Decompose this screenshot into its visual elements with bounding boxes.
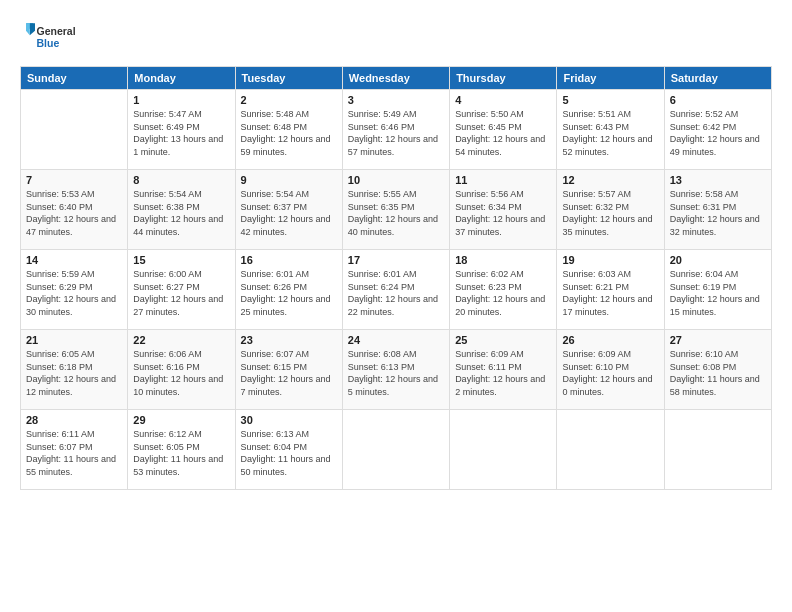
calendar-cell: 24Sunrise: 6:08 AM Sunset: 6:13 PM Dayli… — [342, 330, 449, 410]
calendar-cell: 17Sunrise: 6:01 AM Sunset: 6:24 PM Dayli… — [342, 250, 449, 330]
day-number: 6 — [670, 94, 766, 106]
day-number: 3 — [348, 94, 444, 106]
header: General Blue — [20, 16, 772, 56]
svg-marker-4 — [26, 23, 30, 35]
day-number: 22 — [133, 334, 229, 346]
day-info: Sunrise: 6:10 AM Sunset: 6:08 PM Dayligh… — [670, 348, 766, 398]
day-info: Sunrise: 6:00 AM Sunset: 6:27 PM Dayligh… — [133, 268, 229, 318]
calendar-cell: 22Sunrise: 6:06 AM Sunset: 6:16 PM Dayli… — [128, 330, 235, 410]
day-info: Sunrise: 6:01 AM Sunset: 6:24 PM Dayligh… — [348, 268, 444, 318]
day-info: Sunrise: 5:54 AM Sunset: 6:38 PM Dayligh… — [133, 188, 229, 238]
day-info: Sunrise: 6:03 AM Sunset: 6:21 PM Dayligh… — [562, 268, 658, 318]
weekday-header-tuesday: Tuesday — [235, 67, 342, 90]
svg-text:Blue: Blue — [37, 37, 60, 49]
calendar-cell: 30Sunrise: 6:13 AM Sunset: 6:04 PM Dayli… — [235, 410, 342, 490]
weekday-header-sunday: Sunday — [21, 67, 128, 90]
calendar-cell: 15Sunrise: 6:00 AM Sunset: 6:27 PM Dayli… — [128, 250, 235, 330]
day-number: 11 — [455, 174, 551, 186]
day-number: 5 — [562, 94, 658, 106]
day-number: 24 — [348, 334, 444, 346]
weekday-header-friday: Friday — [557, 67, 664, 90]
calendar-cell: 13Sunrise: 5:58 AM Sunset: 6:31 PM Dayli… — [664, 170, 771, 250]
calendar-cell: 18Sunrise: 6:02 AM Sunset: 6:23 PM Dayli… — [450, 250, 557, 330]
day-info: Sunrise: 5:55 AM Sunset: 6:35 PM Dayligh… — [348, 188, 444, 238]
day-number: 1 — [133, 94, 229, 106]
svg-text:General: General — [37, 25, 76, 37]
day-info: Sunrise: 5:48 AM Sunset: 6:48 PM Dayligh… — [241, 108, 337, 158]
day-info: Sunrise: 6:06 AM Sunset: 6:16 PM Dayligh… — [133, 348, 229, 398]
calendar-cell: 23Sunrise: 6:07 AM Sunset: 6:15 PM Dayli… — [235, 330, 342, 410]
day-info: Sunrise: 5:58 AM Sunset: 6:31 PM Dayligh… — [670, 188, 766, 238]
day-number: 15 — [133, 254, 229, 266]
calendar-cell: 1Sunrise: 5:47 AM Sunset: 6:49 PM Daylig… — [128, 90, 235, 170]
day-info: Sunrise: 6:13 AM Sunset: 6:04 PM Dayligh… — [241, 428, 337, 478]
calendar-cell: 6Sunrise: 5:52 AM Sunset: 6:42 PM Daylig… — [664, 90, 771, 170]
calendar-cell: 25Sunrise: 6:09 AM Sunset: 6:11 PM Dayli… — [450, 330, 557, 410]
day-info: Sunrise: 6:12 AM Sunset: 6:05 PM Dayligh… — [133, 428, 229, 478]
day-number: 13 — [670, 174, 766, 186]
calendar-cell — [557, 410, 664, 490]
weekday-header-saturday: Saturday — [664, 67, 771, 90]
weekday-header-wednesday: Wednesday — [342, 67, 449, 90]
day-info: Sunrise: 5:54 AM Sunset: 6:37 PM Dayligh… — [241, 188, 337, 238]
calendar-cell: 9Sunrise: 5:54 AM Sunset: 6:37 PM Daylig… — [235, 170, 342, 250]
day-number: 12 — [562, 174, 658, 186]
day-number: 25 — [455, 334, 551, 346]
day-info: Sunrise: 6:05 AM Sunset: 6:18 PM Dayligh… — [26, 348, 122, 398]
day-info: Sunrise: 6:09 AM Sunset: 6:11 PM Dayligh… — [455, 348, 551, 398]
day-info: Sunrise: 5:57 AM Sunset: 6:32 PM Dayligh… — [562, 188, 658, 238]
day-info: Sunrise: 5:53 AM Sunset: 6:40 PM Dayligh… — [26, 188, 122, 238]
calendar-cell: 14Sunrise: 5:59 AM Sunset: 6:29 PM Dayli… — [21, 250, 128, 330]
day-info: Sunrise: 6:09 AM Sunset: 6:10 PM Dayligh… — [562, 348, 658, 398]
calendar-table: SundayMondayTuesdayWednesdayThursdayFrid… — [20, 66, 772, 490]
logo: General Blue — [20, 16, 80, 56]
day-number: 29 — [133, 414, 229, 426]
day-number: 28 — [26, 414, 122, 426]
day-number: 18 — [455, 254, 551, 266]
calendar-cell — [664, 410, 771, 490]
day-info: Sunrise: 6:11 AM Sunset: 6:07 PM Dayligh… — [26, 428, 122, 478]
day-info: Sunrise: 5:52 AM Sunset: 6:42 PM Dayligh… — [670, 108, 766, 158]
calendar-cell: 2Sunrise: 5:48 AM Sunset: 6:48 PM Daylig… — [235, 90, 342, 170]
calendar-cell: 11Sunrise: 5:56 AM Sunset: 6:34 PM Dayli… — [450, 170, 557, 250]
calendar-cell: 3Sunrise: 5:49 AM Sunset: 6:46 PM Daylig… — [342, 90, 449, 170]
weekday-header-thursday: Thursday — [450, 67, 557, 90]
day-number: 14 — [26, 254, 122, 266]
logo-svg: General Blue — [20, 16, 80, 56]
day-number: 17 — [348, 254, 444, 266]
day-number: 10 — [348, 174, 444, 186]
day-number: 16 — [241, 254, 337, 266]
day-number: 2 — [241, 94, 337, 106]
day-info: Sunrise: 5:50 AM Sunset: 6:45 PM Dayligh… — [455, 108, 551, 158]
calendar-cell — [450, 410, 557, 490]
calendar-cell: 12Sunrise: 5:57 AM Sunset: 6:32 PM Dayli… — [557, 170, 664, 250]
day-number: 23 — [241, 334, 337, 346]
day-info: Sunrise: 6:04 AM Sunset: 6:19 PM Dayligh… — [670, 268, 766, 318]
day-number: 7 — [26, 174, 122, 186]
calendar-cell: 10Sunrise: 5:55 AM Sunset: 6:35 PM Dayli… — [342, 170, 449, 250]
day-number: 8 — [133, 174, 229, 186]
day-info: Sunrise: 6:07 AM Sunset: 6:15 PM Dayligh… — [241, 348, 337, 398]
day-number: 21 — [26, 334, 122, 346]
calendar-cell: 8Sunrise: 5:54 AM Sunset: 6:38 PM Daylig… — [128, 170, 235, 250]
day-number: 26 — [562, 334, 658, 346]
calendar-cell: 21Sunrise: 6:05 AM Sunset: 6:18 PM Dayli… — [21, 330, 128, 410]
calendar-cell: 26Sunrise: 6:09 AM Sunset: 6:10 PM Dayli… — [557, 330, 664, 410]
weekday-header-monday: Monday — [128, 67, 235, 90]
day-number: 30 — [241, 414, 337, 426]
day-info: Sunrise: 5:51 AM Sunset: 6:43 PM Dayligh… — [562, 108, 658, 158]
day-info: Sunrise: 6:01 AM Sunset: 6:26 PM Dayligh… — [241, 268, 337, 318]
calendar-cell: 20Sunrise: 6:04 AM Sunset: 6:19 PM Dayli… — [664, 250, 771, 330]
calendar-cell — [21, 90, 128, 170]
calendar-cell: 4Sunrise: 5:50 AM Sunset: 6:45 PM Daylig… — [450, 90, 557, 170]
day-number: 20 — [670, 254, 766, 266]
calendar-cell: 27Sunrise: 6:10 AM Sunset: 6:08 PM Dayli… — [664, 330, 771, 410]
svg-marker-3 — [30, 23, 35, 35]
day-info: Sunrise: 6:08 AM Sunset: 6:13 PM Dayligh… — [348, 348, 444, 398]
day-number: 9 — [241, 174, 337, 186]
calendar-cell: 5Sunrise: 5:51 AM Sunset: 6:43 PM Daylig… — [557, 90, 664, 170]
day-number: 4 — [455, 94, 551, 106]
day-info: Sunrise: 6:02 AM Sunset: 6:23 PM Dayligh… — [455, 268, 551, 318]
day-info: Sunrise: 5:59 AM Sunset: 6:29 PM Dayligh… — [26, 268, 122, 318]
day-number: 27 — [670, 334, 766, 346]
